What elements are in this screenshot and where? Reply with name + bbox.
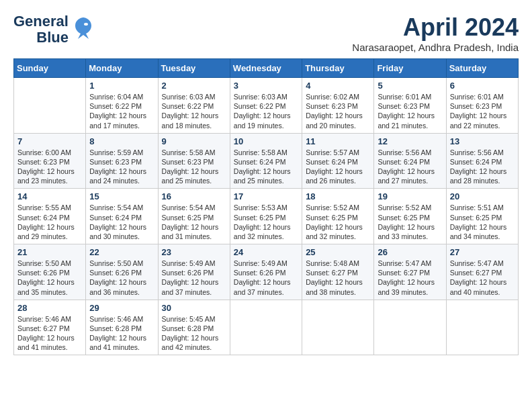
day-info: Sunrise: 5:47 AM Sunset: 6:27 PM Dayligh… [378, 259, 442, 297]
day-info: Sunrise: 5:50 AM Sunset: 6:26 PM Dayligh… [17, 259, 82, 297]
day-info: Sunrise: 6:03 AM Sunset: 6:22 PM Dayligh… [162, 92, 226, 130]
day-info: Sunrise: 6:03 AM Sunset: 6:22 PM Dayligh… [234, 92, 298, 130]
calendar-cell: 16Sunrise: 5:54 AM Sunset: 6:25 PM Dayli… [158, 189, 230, 244]
day-number: 30 [162, 303, 226, 313]
day-number: 24 [234, 247, 298, 257]
day-number: 11 [306, 136, 370, 146]
calendar-week-1: 1Sunrise: 6:04 AM Sunset: 6:22 PM Daylig… [14, 78, 519, 134]
calendar-cell: 7Sunrise: 6:00 AM Sunset: 6:23 PM Daylig… [14, 133, 86, 189]
day-number: 9 [162, 136, 226, 146]
calendar-cell: 10Sunrise: 5:58 AM Sunset: 6:24 PM Dayli… [230, 133, 302, 189]
logo-blue: Blue [36, 30, 69, 46]
day-number: 21 [17, 247, 82, 257]
calendar-cell [446, 300, 518, 355]
calendar-cell: 29Sunrise: 5:46 AM Sunset: 6:28 PM Dayli… [86, 300, 158, 355]
calendar-cell: 14Sunrise: 5:55 AM Sunset: 6:24 PM Dayli… [14, 189, 86, 244]
day-info: Sunrise: 5:56 AM Sunset: 6:24 PM Dayligh… [450, 148, 515, 186]
day-info: Sunrise: 5:52 AM Sunset: 6:25 PM Dayligh… [378, 203, 442, 241]
calendar-cell: 13Sunrise: 5:56 AM Sunset: 6:24 PM Dayli… [446, 133, 518, 189]
day-info: Sunrise: 5:47 AM Sunset: 6:27 PM Dayligh… [450, 259, 515, 297]
calendar-cell [230, 300, 302, 355]
weekday-header-wednesday: Wednesday [230, 59, 302, 78]
month-title: April 2024 [352, 13, 519, 42]
day-number: 29 [89, 303, 154, 313]
logo: General Blue [13, 13, 94, 46]
day-number: 16 [162, 191, 226, 201]
day-info: Sunrise: 5:50 AM Sunset: 6:26 PM Dayligh… [89, 259, 154, 297]
calendar-cell: 11Sunrise: 5:57 AM Sunset: 6:24 PM Dayli… [302, 133, 374, 189]
calendar-cell [14, 78, 86, 134]
calendar-cell: 26Sunrise: 5:47 AM Sunset: 6:27 PM Dayli… [374, 244, 446, 300]
calendar-cell: 20Sunrise: 5:51 AM Sunset: 6:25 PM Dayli… [446, 189, 518, 244]
svg-point-0 [84, 23, 88, 26]
calendar-cell: 21Sunrise: 5:50 AM Sunset: 6:26 PM Dayli… [14, 244, 86, 300]
day-info: Sunrise: 5:54 AM Sunset: 6:25 PM Dayligh… [162, 203, 226, 241]
day-number: 18 [306, 191, 370, 201]
day-info: Sunrise: 5:58 AM Sunset: 6:23 PM Dayligh… [162, 148, 226, 186]
title-block: April 2024 Narasaraopet, Andhra Pradesh,… [352, 13, 519, 53]
calendar-cell: 15Sunrise: 5:54 AM Sunset: 6:24 PM Dayli… [86, 189, 158, 244]
logo-bird-icon [73, 16, 94, 43]
day-info: Sunrise: 6:04 AM Sunset: 6:22 PM Dayligh… [89, 92, 154, 130]
day-number: 8 [89, 136, 154, 146]
calendar-cell: 27Sunrise: 5:47 AM Sunset: 6:27 PM Dayli… [446, 244, 518, 300]
day-info: Sunrise: 5:49 AM Sunset: 6:26 PM Dayligh… [162, 259, 226, 297]
location-subtitle: Narasaraopet, Andhra Pradesh, India [352, 42, 519, 53]
calendar-cell: 23Sunrise: 5:49 AM Sunset: 6:26 PM Dayli… [158, 244, 230, 300]
day-info: Sunrise: 5:59 AM Sunset: 6:23 PM Dayligh… [89, 148, 154, 186]
calendar-week-2: 7Sunrise: 6:00 AM Sunset: 6:23 PM Daylig… [14, 133, 519, 189]
day-info: Sunrise: 5:52 AM Sunset: 6:25 PM Dayligh… [306, 203, 370, 241]
calendar-cell: 28Sunrise: 5:46 AM Sunset: 6:27 PM Dayli… [14, 300, 86, 355]
day-info: Sunrise: 5:46 AM Sunset: 6:28 PM Dayligh… [89, 314, 154, 353]
calendar-cell: 19Sunrise: 5:52 AM Sunset: 6:25 PM Dayli… [374, 189, 446, 244]
calendar-cell: 17Sunrise: 5:53 AM Sunset: 6:25 PM Dayli… [230, 189, 302, 244]
calendar-cell: 22Sunrise: 5:50 AM Sunset: 6:26 PM Dayli… [86, 244, 158, 300]
calendar-cell: 5Sunrise: 6:01 AM Sunset: 6:23 PM Daylig… [374, 78, 446, 134]
weekday-header-monday: Monday [86, 59, 158, 78]
calendar-table: SundayMondayTuesdayWednesdayThursdayFrid… [13, 58, 519, 355]
day-info: Sunrise: 5:58 AM Sunset: 6:24 PM Dayligh… [234, 148, 298, 186]
weekday-header-saturday: Saturday [446, 59, 518, 78]
day-info: Sunrise: 6:01 AM Sunset: 6:23 PM Dayligh… [378, 92, 442, 130]
day-info: Sunrise: 5:57 AM Sunset: 6:24 PM Dayligh… [306, 148, 370, 186]
calendar-cell: 30Sunrise: 5:45 AM Sunset: 6:28 PM Dayli… [158, 300, 230, 355]
day-number: 6 [450, 81, 515, 91]
page-header: General Blue April 2024 Narasaraopet, An… [13, 13, 519, 53]
weekday-header-sunday: Sunday [14, 59, 86, 78]
day-number: 17 [234, 191, 298, 201]
day-number: 10 [234, 136, 298, 146]
calendar-cell: 18Sunrise: 5:52 AM Sunset: 6:25 PM Dayli… [302, 189, 374, 244]
calendar-cell [374, 300, 446, 355]
day-number: 2 [162, 81, 226, 91]
day-number: 5 [378, 81, 442, 91]
day-info: Sunrise: 6:00 AM Sunset: 6:23 PM Dayligh… [17, 148, 82, 186]
calendar-week-4: 21Sunrise: 5:50 AM Sunset: 6:26 PM Dayli… [14, 244, 519, 300]
day-number: 14 [17, 191, 82, 201]
day-number: 23 [162, 247, 226, 257]
day-info: Sunrise: 5:51 AM Sunset: 6:25 PM Dayligh… [450, 203, 515, 241]
calendar-cell: 8Sunrise: 5:59 AM Sunset: 6:23 PM Daylig… [86, 133, 158, 189]
calendar-cell: 24Sunrise: 5:49 AM Sunset: 6:26 PM Dayli… [230, 244, 302, 300]
day-info: Sunrise: 6:01 AM Sunset: 6:23 PM Dayligh… [450, 92, 515, 130]
calendar-cell: 2Sunrise: 6:03 AM Sunset: 6:22 PM Daylig… [158, 78, 230, 134]
day-number: 15 [89, 191, 154, 201]
day-number: 27 [450, 247, 515, 257]
day-info: Sunrise: 6:02 AM Sunset: 6:23 PM Dayligh… [306, 92, 370, 130]
day-number: 3 [234, 81, 298, 91]
weekday-header-thursday: Thursday [302, 59, 374, 78]
calendar-cell: 6Sunrise: 6:01 AM Sunset: 6:23 PM Daylig… [446, 78, 518, 134]
day-number: 26 [378, 247, 442, 257]
calendar-cell: 4Sunrise: 6:02 AM Sunset: 6:23 PM Daylig… [302, 78, 374, 134]
day-number: 13 [450, 136, 515, 146]
day-info: Sunrise: 5:46 AM Sunset: 6:27 PM Dayligh… [17, 314, 82, 353]
day-info: Sunrise: 5:54 AM Sunset: 6:24 PM Dayligh… [89, 203, 154, 241]
day-info: Sunrise: 5:45 AM Sunset: 6:28 PM Dayligh… [162, 314, 226, 353]
weekday-header-friday: Friday [374, 59, 446, 78]
day-number: 12 [378, 136, 442, 146]
day-info: Sunrise: 5:56 AM Sunset: 6:24 PM Dayligh… [378, 148, 442, 186]
calendar-cell: 1Sunrise: 6:04 AM Sunset: 6:22 PM Daylig… [86, 78, 158, 134]
day-number: 7 [17, 136, 82, 146]
day-number: 22 [89, 247, 154, 257]
calendar-cell [302, 300, 374, 355]
day-info: Sunrise: 5:53 AM Sunset: 6:25 PM Dayligh… [234, 203, 298, 241]
